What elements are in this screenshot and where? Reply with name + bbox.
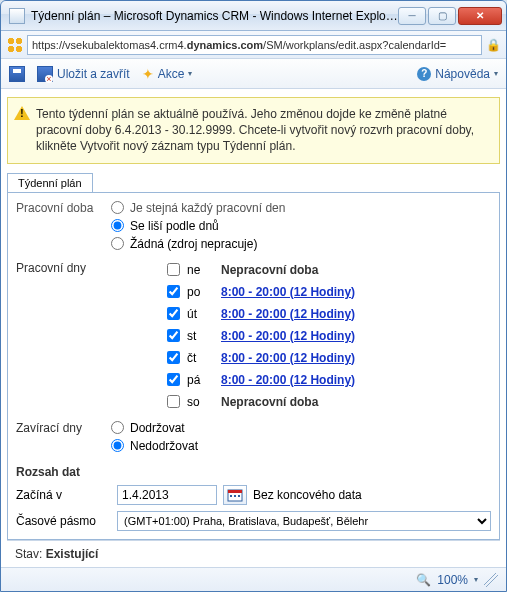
zoom-value: 100%: [437, 573, 468, 587]
actions-label: Akce: [158, 67, 185, 81]
range-title: Rozsah dat: [16, 465, 491, 479]
close-button[interactable]: ✕: [458, 7, 502, 25]
opt-same-label: Je stejná každý pracovní den: [130, 201, 285, 215]
tab-row: Týdenní plán: [7, 172, 500, 192]
tab-label: Týdenní plán: [18, 177, 82, 189]
day-name: po: [187, 285, 211, 299]
crm-toolbar: Uložit a zavřít ✦ Akce ▾ ? Nápověda ▾: [1, 59, 506, 89]
star-icon: ✦: [142, 67, 154, 81]
day-nonworking: Nepracovní doba: [221, 263, 318, 277]
page-icon: [9, 8, 25, 24]
chevron-down-icon: ▾: [188, 69, 192, 78]
opt-notobserve[interactable]: Nedodržovat: [111, 437, 491, 455]
tab-weekly-plan[interactable]: Týdenní plán: [7, 173, 93, 193]
date-picker-button[interactable]: [223, 485, 247, 505]
day-checkbox-so[interactable]: [167, 395, 180, 408]
chevron-down-icon: ▾: [474, 575, 478, 584]
day-checkbox-pá[interactable]: [167, 373, 180, 386]
opt-diff-label: Se liší podle dnů: [130, 219, 219, 233]
help-label: Nápověda: [435, 67, 490, 81]
opt-same-every-day[interactable]: Je stejná každý pracovní den: [111, 199, 491, 217]
row-closing: Zavírací dny Dodržovat Nedodržovat: [16, 419, 491, 455]
row-timezone: Časové pásmo (GMT+01:00) Praha, Bratisla…: [16, 511, 491, 531]
closing-label: Zavírací dny: [16, 419, 111, 435]
radio-diff[interactable]: [111, 219, 124, 232]
starts-label: Začíná v: [16, 488, 111, 502]
opt-diff-per-day[interactable]: Se liší podle dnů: [111, 217, 491, 235]
record-status: Stav: Existující: [7, 540, 500, 567]
radio-same[interactable]: [111, 201, 124, 214]
day-checkbox-ne[interactable]: [167, 263, 180, 276]
day-checkbox-po[interactable]: [167, 285, 180, 298]
minimize-button[interactable]: ─: [398, 7, 426, 25]
svg-rect-2: [230, 495, 232, 497]
opt-none-label: Žádná (zdroj nepracuje): [130, 237, 257, 251]
warning-text: Tento týdenní plán se aktuálně používá. …: [36, 107, 474, 153]
workhours-label: Pracovní doba: [16, 199, 111, 215]
workdays-label: Pracovní dny: [16, 259, 111, 275]
svg-rect-3: [234, 495, 236, 497]
window-title: Týdenní plán – Microsoft Dynamics CRM - …: [31, 9, 398, 23]
day-hours-link[interactable]: 8:00 - 20:00 (12 Hodiny): [221, 285, 355, 299]
url-field[interactable]: https://vsekubalektomas4.crm4.dynamics.c…: [27, 35, 482, 55]
radio-notobserve[interactable]: [111, 439, 124, 452]
timezone-select[interactable]: (GMT+01:00) Praha, Bratislava, Budapešť,…: [117, 511, 491, 531]
day-row-po: po8:00 - 20:00 (12 Hodiny): [163, 281, 491, 303]
status-label: Stav:: [15, 547, 46, 561]
day-hours-link[interactable]: 8:00 - 20:00 (12 Hodiny): [221, 307, 355, 321]
dynamics-icon: [7, 37, 23, 53]
save-button[interactable]: [9, 66, 25, 82]
day-row-pá: pá8:00 - 20:00 (12 Hodiny): [163, 369, 491, 391]
day-row-čt: čt8:00 - 20:00 (12 Hodiny): [163, 347, 491, 369]
opt-observe[interactable]: Dodržovat: [111, 419, 491, 437]
content-area: Tento týdenní plán se aktuálně používá. …: [1, 89, 506, 567]
day-checkbox-st[interactable]: [167, 329, 180, 342]
day-row-st: st8:00 - 20:00 (12 Hodiny): [163, 325, 491, 347]
notobserve-label: Nedodržovat: [130, 439, 198, 453]
day-name: so: [187, 395, 211, 409]
opt-none[interactable]: Žádná (zdroj nepracuje): [111, 235, 491, 253]
day-hours-link[interactable]: 8:00 - 20:00 (12 Hodiny): [221, 351, 355, 365]
day-hours-link[interactable]: 8:00 - 20:00 (12 Hodiny): [221, 329, 355, 343]
url-prefix: https://vsekubalektomas4.crm4.: [32, 39, 187, 51]
start-date-input[interactable]: [117, 485, 217, 505]
save-close-icon: [37, 66, 53, 82]
actions-menu[interactable]: ✦ Akce ▾: [142, 67, 193, 81]
help-icon: ?: [417, 67, 431, 81]
radio-observe[interactable]: [111, 421, 124, 434]
form-scroll[interactable]: Pracovní doba Je stejná každý pracovní d…: [8, 193, 499, 539]
day-row-út: út8:00 - 20:00 (12 Hodiny): [163, 303, 491, 325]
day-checkbox-čt[interactable]: [167, 351, 180, 364]
ie-status-bar: 🔍 100% ▾: [1, 567, 506, 591]
calendar-icon: [227, 488, 243, 502]
day-name: st: [187, 329, 211, 343]
chevron-down-icon: ▾: [494, 69, 498, 78]
form-panel: Pracovní doba Je stejná každý pracovní d…: [7, 192, 500, 540]
day-row-ne: neNepracovní doba: [163, 259, 491, 281]
day-name: pá: [187, 373, 211, 387]
lock-icon: 🔒: [486, 38, 500, 52]
save-close-button[interactable]: Uložit a zavřít: [37, 66, 130, 82]
maximize-button[interactable]: ▢: [428, 7, 456, 25]
day-checkbox-út[interactable]: [167, 307, 180, 320]
help-button[interactable]: ? Nápověda ▾: [417, 67, 498, 81]
row-starts: Začíná v Bez koncového data: [16, 485, 491, 505]
day-hours-link[interactable]: 8:00 - 20:00 (12 Hodiny): [221, 373, 355, 387]
address-bar: https://vsekubalektomas4.crm4.dynamics.c…: [1, 31, 506, 59]
row-workdays: Pracovní dny neNepracovní dobapo8:00 - 2…: [16, 259, 491, 413]
tz-label: Časové pásmo: [16, 514, 111, 528]
save-icon: [9, 66, 25, 82]
window-buttons: ─ ▢ ✕: [398, 7, 502, 25]
warning-icon: [14, 106, 30, 122]
day-name: čt: [187, 351, 211, 365]
day-name: út: [187, 307, 211, 321]
radio-none[interactable]: [111, 237, 124, 250]
zoom-icon: 🔍: [416, 573, 431, 587]
row-workhours: Pracovní doba Je stejná každý pracovní d…: [16, 199, 491, 253]
resize-grip[interactable]: [484, 573, 498, 587]
status-value: Existující: [46, 547, 99, 561]
url-suffix: /SM/workplans/edit.aspx?calendarId=: [263, 39, 446, 51]
no-end-label: Bez koncového data: [253, 488, 362, 502]
titlebar: Týdenní plán – Microsoft Dynamics CRM - …: [1, 1, 506, 31]
url-host: dynamics.com: [187, 39, 263, 51]
